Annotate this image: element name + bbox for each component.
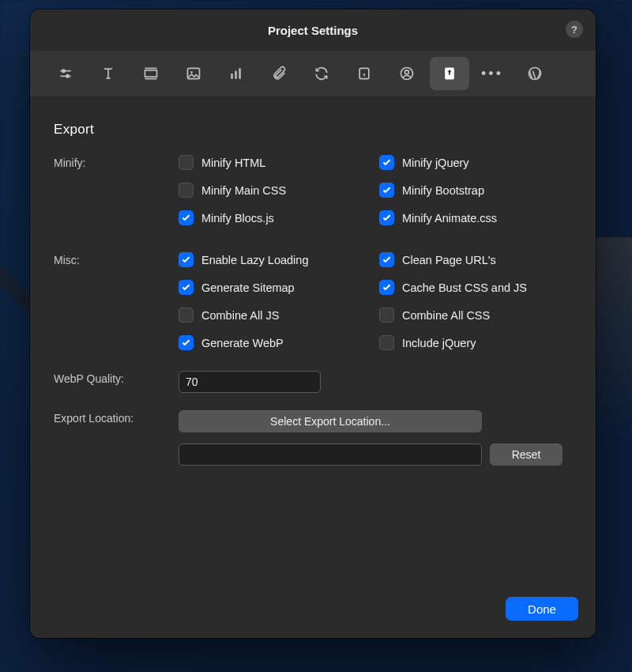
wordpress-icon [527,66,543,81]
misc-options: Enable Lazy Loading Clean Page URL's Gen… [179,252,572,350]
checkbox-label: Minify Main CSS [201,184,286,197]
svg-point-3 [66,75,69,77]
webp-quality-input[interactable] [179,371,321,393]
checkbox-label: Minify HTML [201,157,265,169]
checkbox-icon [179,183,194,198]
checkbox-icon [379,252,394,267]
settings-tab-bar: ••• [30,51,596,96]
tab-export[interactable] [430,57,469,90]
checkbox-label: Enable Lazy Loading [201,254,308,266]
export-location-controls: Select Export Location... Reset [179,410,562,466]
misc-row: Misc: Enable Lazy Loading Clean Page URL… [54,252,572,350]
select-export-location-button[interactable]: Select Export Location... [179,410,482,432]
checkbox-label: Cache Bust CSS and JS [402,281,527,294]
checkbox-label: Minify Bootstrap [402,184,484,197]
help-button[interactable]: ? [566,21,583,38]
user-icon [399,66,415,81]
type-icon [100,66,116,81]
export-path-input[interactable] [179,444,482,466]
tab-user[interactable] [387,57,427,90]
checkbox-minify-bootstrap[interactable]: Minify Bootstrap [379,183,572,198]
tab-more[interactable]: ••• [472,57,512,90]
checkbox-minify-maincss[interactable]: Minify Main CSS [179,183,371,198]
checkbox-icon [179,335,194,350]
checkbox-label: Minify Animate.css [402,212,497,225]
info-icon [356,66,372,81]
svg-rect-11 [239,68,241,78]
tab-image[interactable] [174,57,213,90]
tab-typography[interactable] [88,57,128,90]
modal-footer: Done [30,597,596,638]
checkbox-minify-animatecss[interactable]: Minify Animate.css [379,210,572,225]
checkbox-label: Minify Blocs.js [201,212,274,225]
project-settings-modal: Project Settings ? [30,9,596,638]
image-icon [186,66,201,81]
tab-sync[interactable] [302,57,341,90]
minify-label: Minify: [54,155,179,169]
more-icon: ••• [481,66,503,81]
checkbox-generate-webp[interactable]: Generate WebP [179,335,371,350]
checkbox-icon [379,335,394,350]
checkbox-icon [379,183,394,198]
paperclip-icon [271,66,287,81]
checkbox-label: Minify jQuery [402,157,469,169]
chart-icon [228,66,244,81]
export-path-row: Reset [179,444,562,466]
webp-quality-field-wrap [179,371,321,393]
misc-label: Misc: [54,252,179,266]
svg-rect-10 [235,71,237,79]
tab-analytics[interactable] [216,57,256,90]
help-icon: ? [571,24,577,36]
checkbox-icon [179,210,194,225]
export-panel: Export Minify: Minify HTML Minify jQuery… [30,96,596,597]
svg-rect-4 [145,70,157,77]
done-button[interactable]: Done [506,597,578,621]
checkbox-label: Combine All JS [201,309,279,322]
background-decoration-right [589,237,632,443]
checkbox-icon [179,308,194,323]
webp-quality-label: WebP Quality: [54,371,179,385]
checkbox-icon [179,280,194,295]
checkbox-include-jquery[interactable]: Include jQuery [379,335,572,350]
tab-layout[interactable] [131,57,171,90]
checkbox-label: Combine All CSS [402,309,490,322]
refresh-icon [314,66,329,81]
checkbox-icon [379,308,394,323]
checkbox-combine-js[interactable]: Combine All JS [179,308,371,323]
checkbox-label: Generate WebP [201,337,284,349]
checkbox-minify-html[interactable]: Minify HTML [179,155,371,170]
tab-sliders[interactable] [46,57,85,90]
tab-attachments[interactable] [259,57,299,90]
svg-point-8 [190,71,193,74]
modal-title: Project Settings [268,24,358,37]
checkbox-clean-url[interactable]: Clean Page URL's [379,252,572,267]
tab-info[interactable] [344,57,384,90]
checkbox-minify-blocsjs[interactable]: Minify Blocs.js [179,210,371,225]
svg-point-2 [62,70,65,72]
export-location-label: Export Location: [54,410,179,425]
sliders-icon [58,66,73,81]
checkbox-label: Generate Sitemap [201,281,295,294]
svg-rect-9 [231,74,233,79]
checkbox-icon [179,252,194,267]
section-title: Export [54,122,572,138]
checkbox-sitemap[interactable]: Generate Sitemap [179,280,371,295]
checkbox-combine-css[interactable]: Combine All CSS [379,308,572,323]
export-icon [442,66,457,81]
layout-icon [143,66,159,81]
checkbox-label: Include jQuery [402,337,476,349]
webp-quality-row: WebP Quality: [54,371,572,393]
modal-title-bar: Project Settings ? [30,9,596,51]
checkbox-minify-jquery[interactable]: Minify jQuery [379,155,572,170]
reset-export-location-button[interactable]: Reset [490,444,562,466]
checkbox-label: Clean Page URL's [402,254,496,266]
tab-wordpress[interactable] [515,57,555,90]
checkbox-icon [379,155,394,170]
checkbox-lazy-loading[interactable]: Enable Lazy Loading [179,252,371,267]
checkbox-cache-bust[interactable]: Cache Bust CSS and JS [379,280,572,295]
export-location-row: Export Location: Select Export Location.… [54,410,572,466]
checkbox-icon [379,280,394,295]
minify-options: Minify HTML Minify jQuery Minify Main CS… [179,155,572,225]
minify-row: Minify: Minify HTML Minify jQuery Minify… [54,155,572,225]
checkbox-icon [379,210,394,225]
